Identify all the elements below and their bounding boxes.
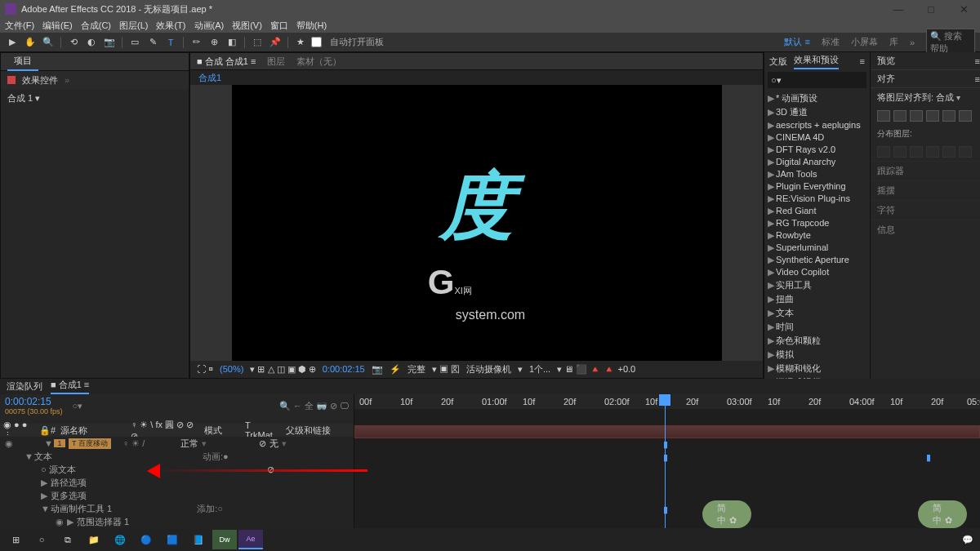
explorer-icon[interactable]: 📁 xyxy=(82,530,106,549)
current-time[interactable]: 0:00:02:15 xyxy=(323,364,365,374)
puppet-tool[interactable]: 📌 xyxy=(268,35,283,50)
col-parent[interactable]: 父级和链接 xyxy=(283,424,340,437)
brush-tool[interactable]: ✏ xyxy=(189,35,203,50)
keyframe[interactable]: ▮ xyxy=(663,439,668,450)
zoom-level[interactable]: (50%) xyxy=(220,364,243,374)
align-hcenter[interactable] xyxy=(893,110,906,122)
cti-head[interactable] xyxy=(659,394,670,406)
aftereffects-icon[interactable]: Ae xyxy=(238,530,263,549)
effects-presets-tab[interactable]: 效果和预设 xyxy=(794,54,839,69)
layer-row[interactable]: ◉ ▼1 T 百度移动 ♀ ☀ / 正常 ▾ ⊘ 无 ▾ xyxy=(0,437,354,450)
watermark: GXI网 system.com xyxy=(428,263,525,324)
magnification-icon[interactable]: ⛶ ◫ xyxy=(197,364,213,374)
pen-tool[interactable]: ✎ xyxy=(145,35,160,50)
clone-tool[interactable]: ⊕ xyxy=(207,35,221,50)
window-title: Adobe After Effects CC 2018 - 无标题项目.aep … xyxy=(21,3,212,16)
effects-search[interactable]: ○▾ xyxy=(768,72,866,88)
effect-controls-label[interactable]: 效果控件 xyxy=(22,74,58,87)
align-right[interactable] xyxy=(910,110,923,122)
menu-file[interactable]: 文件(F) xyxy=(5,20,34,32)
minimize-button[interactable]: — xyxy=(882,0,915,18)
menu-window[interactable]: 窗口 xyxy=(270,20,288,32)
type-tool[interactable]: T xyxy=(163,35,178,50)
project-item[interactable]: 合成 1 xyxy=(7,93,33,103)
res-icon[interactable]: ▾ ⊞ △ ◫ ▣ ⬢ ⊕ xyxy=(250,364,315,375)
auto-open-label: 自动打开面板 xyxy=(330,36,384,48)
dreamweaver-icon[interactable]: Dw xyxy=(212,530,237,549)
keyframe[interactable]: ▮ xyxy=(926,452,931,463)
app-icon[interactable]: 📘 xyxy=(186,530,211,549)
align-tab[interactable]: 对齐 xyxy=(877,73,895,85)
hand-tool[interactable]: ✋ xyxy=(23,35,38,50)
wiggler-panel[interactable]: 摇摆 xyxy=(871,180,980,200)
watermark-badge: 简中 ✿ xyxy=(702,500,751,528)
tray-icon[interactable]: 💬 xyxy=(956,530,980,549)
workspace-library[interactable]: 库 xyxy=(889,36,898,48)
snapshot-icon[interactable]: 📷 xyxy=(372,364,383,375)
workspace-small[interactable]: 小屏幕 xyxy=(851,36,878,48)
align-to-label: 将图层对齐到: 合成 xyxy=(877,92,954,102)
workspace-more[interactable]: » xyxy=(910,38,915,47)
menu-layer[interactable]: 图层(L) xyxy=(119,20,148,32)
layer-tab[interactable]: 图层 xyxy=(267,56,285,68)
keyframe[interactable]: ▮ xyxy=(663,452,668,463)
align-bottom[interactable] xyxy=(959,110,972,122)
preview-tab[interactable]: 预览 xyxy=(877,55,895,67)
menu-composition[interactable]: 合成(C) xyxy=(81,20,111,32)
keyframe[interactable]: ▮ xyxy=(663,504,668,515)
workspace-default[interactable]: 默认 ≡ xyxy=(784,36,809,48)
eraser-tool[interactable]: ◧ xyxy=(225,35,239,50)
align-left[interactable] xyxy=(877,110,890,122)
comp-name[interactable]: 合成1 xyxy=(198,72,221,84)
menu-view[interactable]: 视图(V) xyxy=(232,20,262,32)
col-source-name[interactable]: 源名称 xyxy=(57,424,127,437)
app-icon[interactable]: 🔵 xyxy=(134,530,158,549)
menu-effect[interactable]: 效果(T) xyxy=(156,20,185,32)
menu-animation[interactable]: 动画(A) xyxy=(194,20,225,32)
search-button[interactable]: ○ xyxy=(29,530,54,549)
record-icon xyxy=(7,76,16,84)
close-button[interactable]: ✕ xyxy=(947,0,980,18)
current-time-indicator[interactable] xyxy=(665,394,666,549)
camera-select[interactable]: 活动摄像机 xyxy=(466,363,511,375)
resolution[interactable]: 完整 xyxy=(408,363,425,375)
comp-tab[interactable]: ■ 合成 合成1 ≡ xyxy=(197,56,256,68)
start-button[interactable]: ⊞ xyxy=(3,530,28,549)
timeline-comp-tab[interactable]: ■ 合成1 ≡ xyxy=(51,379,89,394)
align-vcenter[interactable] xyxy=(942,110,956,122)
footage-tab[interactable]: 素材（无） xyxy=(296,56,341,68)
composition-viewer[interactable]: 度 GXI网 system.com xyxy=(190,85,763,361)
maximize-button[interactable]: □ xyxy=(915,0,947,18)
effects-list[interactable]: ▶* 动画预设 ▶3D 通道 ▶aescripts + aeplugins ▶C… xyxy=(764,90,870,379)
rotate-tool[interactable]: ◐ xyxy=(84,35,99,50)
zoom-tool[interactable]: 🔍 xyxy=(41,35,56,50)
watermark-badge: 简中 ✿ xyxy=(918,500,967,528)
align-top[interactable] xyxy=(926,110,939,122)
rect-tool[interactable]: ▭ xyxy=(127,35,142,50)
app-icon[interactable]: 🟦 xyxy=(160,530,185,549)
auto-open-checkbox[interactable] xyxy=(311,37,322,47)
info-panel[interactable]: 信息 xyxy=(871,220,980,239)
view-count[interactable]: 1个... xyxy=(529,363,550,375)
quality-icon[interactable]: ⚡ xyxy=(390,364,401,375)
mask-tool[interactable]: ★ xyxy=(293,35,308,50)
camera-tool[interactable]: 📷 xyxy=(102,35,117,50)
menu-edit[interactable]: 编辑(E) xyxy=(42,20,73,32)
col-mode[interactable]: 模式 xyxy=(201,424,242,437)
timeline-frames: 00075 (30.00 fps) xyxy=(5,407,63,415)
render-queue-tab[interactable]: 渲染队列 xyxy=(7,380,42,393)
task-view[interactable]: ⧉ xyxy=(56,530,80,549)
browser-icon[interactable]: 🌐 xyxy=(108,530,132,549)
project-tab[interactable]: 项目 xyxy=(7,52,38,71)
timeline-timecode[interactable]: 0:00:02:15 xyxy=(5,396,63,407)
workspace-standard[interactable]: 标准 xyxy=(822,36,840,48)
orbit-tool[interactable]: ⟲ xyxy=(66,35,81,50)
viewer-toolbar: ⛶ ◫ (50%) ▾ ⊞ △ ◫ ▣ ⬢ ⊕ 0:00:02:15 📷 ⚡ 完… xyxy=(190,361,763,378)
roto-tool[interactable]: ⬚ xyxy=(250,35,265,50)
selection-tool[interactable]: ▶ xyxy=(5,35,20,50)
menu-help[interactable]: 帮助(H) xyxy=(296,20,327,32)
tracker-panel[interactable]: 跟踪器 xyxy=(871,161,980,180)
text-panel-tab[interactable]: 文版 xyxy=(769,56,787,68)
annotation-arrow xyxy=(155,469,368,472)
character-panel[interactable]: 字符 xyxy=(871,200,980,220)
